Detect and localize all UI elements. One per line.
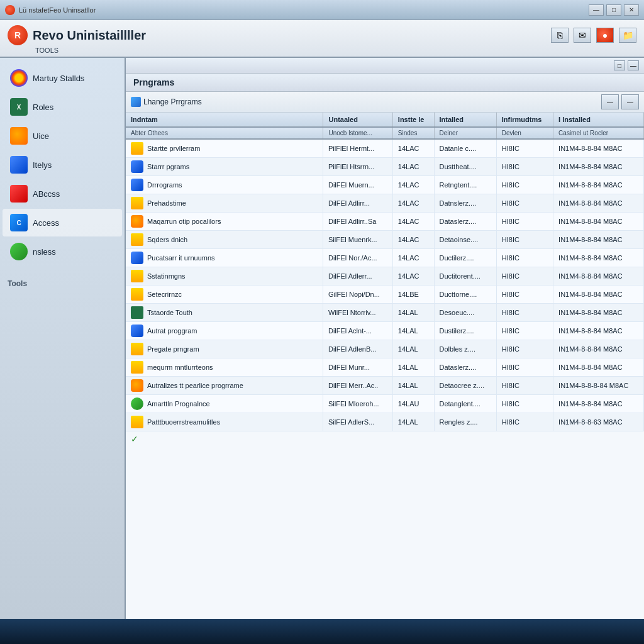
cell-date: Ductilerz.... — [434, 249, 496, 267]
sidebar-item-martuy[interactable]: Martuy Stallds — [3, 64, 122, 92]
row-icon — [131, 416, 143, 428]
row-name-text: mequrm mntlurrteons — [147, 364, 213, 371]
row-name-text: Setecrirnzc — [147, 291, 182, 298]
table-row[interactable]: Tstaorde Touth WilFEl Ntorriv... 14LAL D… — [126, 304, 644, 322]
subcol-info: Devlen — [496, 127, 553, 139]
cell-date: Detaoinse.... — [434, 231, 496, 249]
row-icon — [131, 361, 143, 374]
table-row[interactable]: Pucatsarr it urnuumns DilFEl Nor./Ac... … — [126, 249, 644, 267]
panel-minimize-button[interactable]: — — [601, 94, 619, 109]
table-row[interactable]: Sstatinmgns DilFEl Adlerr... 14LAC Ducti… — [126, 267, 644, 286]
panel-close-button[interactable]: — — [628, 60, 639, 70]
change-programs-icon — [131, 97, 141, 107]
row-icon — [131, 142, 143, 155]
table-row[interactable]: Starrr pgrams PilFlEl Htsrrn... 14LAC Du… — [126, 158, 644, 176]
table-subheader-row: Abter Othees Unocb lstome... Sindes Dein… — [126, 127, 644, 139]
cell-date: Datanle c.... — [434, 139, 496, 158]
sidebar-item-itelys[interactable]: Itelys — [3, 151, 122, 179]
table-row[interactable]: Drrrograms DilFEl Muern... 14LAC Retngte… — [126, 176, 644, 194]
cell-size: HI8IC — [496, 304, 553, 322]
cell-installed: 14LAC — [392, 139, 434, 158]
cell-name: Setecrirnzc — [126, 286, 323, 303]
close-button[interactable]: ✕ — [624, 4, 639, 16]
table-row[interactable]: Sqders dnich SilFEl Muenrk... 14LAC Deta… — [126, 231, 644, 249]
cell-uninstall: DilFEl AdlenB... — [323, 340, 392, 358]
cell-version: IN1M4-8-8-84 M8AC — [553, 158, 644, 176]
row-name-text: Pucatsarr it urnuumns — [147, 254, 215, 262]
cell-uninstall: SilFEl Mloeroh... — [323, 395, 392, 413]
cell-version: IN1M4-8-8-84 M8AC — [553, 340, 644, 358]
row-icon — [131, 306, 143, 319]
cell-version: IN1M4-8-8-84 M8AC — [553, 286, 644, 304]
cell-version: IN1M4-8-8-84 M8AC — [553, 194, 644, 213]
cell-installed: 14LAC — [392, 213, 434, 231]
panel-restore-button[interactable]: □ — [614, 60, 625, 70]
sidebar-label-abccss: ABccss — [33, 189, 60, 199]
cell-installed: 14LAC — [392, 267, 434, 286]
cell-date: Detanglent.... — [434, 395, 496, 413]
table-row[interactable]: Setecrirnzc GilFEl Nopi/Dn... 14LBE Duct… — [126, 286, 644, 304]
cell-uninstall: DilFEl Nor./Ac... — [323, 249, 392, 267]
tools-section-label: Tools — [0, 275, 125, 289]
cell-date: Detaocree z.... — [434, 377, 496, 395]
table-row[interactable]: Startte prvllerram PilFlEl Hermt... 14LA… — [126, 139, 644, 158]
cell-installed: 14LAC — [392, 231, 434, 249]
sidebar-item-nsless[interactable]: nsless — [3, 238, 122, 265]
table-row[interactable]: mequrm mntlurrteons DilFEl Munr... 14LAL… — [126, 358, 644, 377]
row-name-text: Amarttln Prognalnce — [147, 400, 210, 408]
table-row[interactable]: Patttbuoerrstreamulitles SilFEl AdlerS..… — [126, 413, 644, 431]
cell-version: IN1M4-8-8-84 M8AC — [553, 322, 644, 340]
sidebar-item-uice[interactable]: Uice — [3, 122, 122, 150]
sidebar-item-roles[interactable]: X Roles — [3, 93, 122, 121]
copy-toolbar-button[interactable]: ⎘ — [551, 28, 569, 43]
panel-header: Prngrams — [126, 74, 644, 92]
cell-version: IN1M4-8-8-84 M8AC — [553, 213, 644, 231]
cell-size: HI8IC — [496, 322, 553, 340]
programs-table-wrapper: Indntam Untaaled Instte le Intalled Infi… — [126, 113, 644, 619]
cell-installed: 14LAL — [392, 377, 434, 395]
sidebar-item-abccss[interactable]: ABccss — [3, 180, 122, 208]
table-row[interactable]: Amarttln Prognalnce SilFEl Mloeroh... 14… — [126, 395, 644, 413]
content-panel: □ — Prngrams Lhange Prrgrams — — Indntam… — [126, 58, 644, 619]
cell-date: Dolbles z.... — [434, 340, 496, 358]
table-row[interactable]: Autralizes tt pearlice progrrame DilFEl … — [126, 377, 644, 395]
sidebar-item-access[interactable]: C Access — [3, 209, 122, 236]
subcol-uninstall: Unocb lstome... — [323, 127, 392, 139]
cell-version: IN1M4-8-8-84 M8AC — [553, 358, 644, 377]
red-icon — [10, 185, 28, 203]
settings-toolbar-button[interactable]: ● — [596, 28, 614, 43]
sidebar-label-roles: Roles — [33, 103, 53, 112]
row-name-text: Sstatinmgns — [147, 272, 186, 280]
cell-date: Ducttorne.... — [434, 286, 496, 304]
sidebar-label-nsless: nsless — [33, 247, 56, 257]
cell-size: HI8IC — [496, 231, 553, 249]
sidebar-label-access: Access — [33, 218, 59, 228]
table-row[interactable]: Prehadstime DilFEl Adlirr... 14LAC Datns… — [126, 194, 644, 213]
panel-maximize-button[interactable]: — — [621, 94, 639, 109]
table-row[interactable]: Autrat proggram DilFEl Aclnt-... 14LAL D… — [126, 322, 644, 340]
table-row[interactable]: Pregate prngram DilFEl AdlenB... 14LAL D… — [126, 340, 644, 358]
row-name-text: Tstaorde Touth — [147, 309, 192, 316]
cell-size: HI8IC — [496, 139, 553, 158]
table-body: Startte prvllerram PilFlEl Hermt... 14LA… — [126, 139, 644, 431]
title-bar-text: Lü nstafetFeo Uninsatllor — [19, 6, 589, 14]
folder-toolbar-button[interactable]: 📁 — [619, 28, 636, 43]
cell-version: IN1M4-8-8-8-84 M8AC — [553, 377, 644, 395]
cell-name: Sqders dnich — [126, 231, 323, 248]
subcol-installed-size: Sindes — [392, 127, 434, 139]
table-header-row: Indntam Untaaled Instte le Intalled Infi… — [126, 113, 644, 127]
maximize-button[interactable]: □ — [606, 4, 621, 16]
cell-name: Patttbuoerrstreamulitles — [126, 413, 323, 431]
email-toolbar-button[interactable]: ✉ — [574, 28, 591, 43]
row-icon — [131, 197, 143, 209]
cell-name: Autrat proggram — [126, 322, 323, 340]
cell-uninstall: GilFEl Nopi/Dn... — [323, 286, 392, 304]
cell-date: Ductitorent.... — [434, 267, 496, 286]
minimize-button[interactable]: — — [589, 4, 604, 16]
table-row[interactable]: Maqarrun otip pocalilors DilFEl Adlirr..… — [126, 213, 644, 231]
sidebar-label-uice: Uice — [33, 131, 49, 141]
cell-date: Desoeuc.... — [434, 304, 496, 322]
row-name-text: Pregate prngram — [147, 345, 199, 353]
title-bar: Lü nstafetFeo Uninsatllor — □ ✕ — [0, 0, 644, 20]
app-menu[interactable]: TOOLS — [8, 47, 636, 54]
